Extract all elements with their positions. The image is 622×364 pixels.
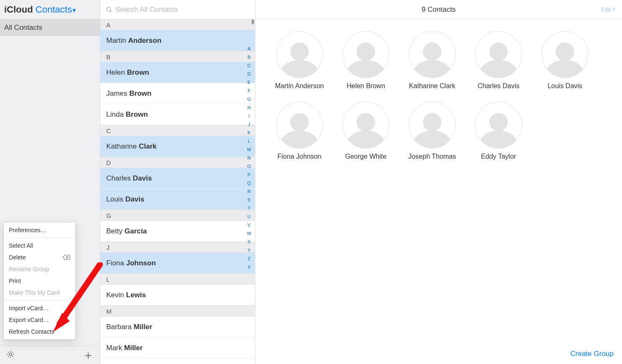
contact-card[interactable]: Eddy Taylor [471,102,526,160]
chevron-down-icon: ▾ [73,7,76,13]
avatar [276,102,323,149]
contact-row[interactable]: James Brown [100,83,255,104]
contact-row[interactable]: Kevin Lewis [100,285,255,306]
alpha-index-letter[interactable]: P [247,172,250,177]
alpha-index-letter[interactable]: M [247,147,251,152]
contact-card[interactable]: George White [339,102,393,160]
detail-title: 9 Contacts [422,5,456,14]
contact-card-name: George White [345,153,387,160]
contact-card[interactable]: Martin Anderson [272,31,327,90]
alpha-index-letter[interactable]: C [247,63,251,68]
alpha-index-letter[interactable]: R [247,189,251,194]
alpha-index-letter[interactable]: L [248,139,250,144]
alpha-index-letter[interactable]: U [247,214,251,219]
contact-row[interactable]: Charles Davis [100,168,255,189]
avatar [342,102,389,149]
menu-item[interactable]: Import vCard… [4,302,75,314]
contact-first: Betty [106,227,123,236]
list-section-header: D [100,157,255,168]
contacts-grid: Martin AndersonHelen BrownKatharine Clar… [255,19,622,172]
search-input[interactable] [115,5,250,14]
menu-item-label: Export vCard… [9,317,49,323]
contact-row[interactable]: Linda Brown [100,104,255,125]
contact-last: Miller [134,323,152,331]
alpha-index-letter[interactable]: N [247,155,251,160]
app-name: iCloud [4,4,33,15]
contact-card-name: Eddy Taylor [481,153,516,160]
alpha-index-letter[interactable]: X [247,239,250,244]
alpha-index-letter[interactable]: D [247,71,251,76]
contact-first: Fiona [106,259,124,267]
alpha-index-letter[interactable]: Y [247,248,250,253]
app-header: iCloud Contacts▾ [0,0,100,19]
alpha-index-letter[interactable]: H [247,105,251,110]
contact-card[interactable]: Fiona Johnson [272,102,327,160]
contact-row[interactable]: Helen Brown [100,62,255,83]
menu-item[interactable]: Refresh Contacts [4,326,75,338]
contact-card-name: Fiona Johnson [278,153,322,160]
menu-item[interactable]: Export vCard… [4,314,75,326]
contact-card[interactable]: Louis Davis [538,31,592,90]
contact-row[interactable]: Katharine Clark [100,136,255,157]
alpha-index-letter[interactable]: W [247,231,251,236]
avatar [475,31,522,78]
menu-item-label: Print [9,278,21,284]
contact-first: Helen [106,68,125,77]
menu-item[interactable]: Preferences… [4,224,75,236]
alpha-index-letter[interactable]: O [247,164,251,169]
list-section-header: J [100,242,255,253]
sidebar-group[interactable]: All Contacts [0,19,100,36]
edit-button[interactable]: Edit ▾ [601,6,615,13]
contact-last: Davis [125,195,144,204]
scrollbar-thumb[interactable] [252,19,254,24]
svg-point-3 [107,7,111,11]
contact-card[interactable]: Helen Brown [339,31,393,90]
alpha-index-letter[interactable]: E [247,80,250,85]
alpha-index-letter[interactable]: V [247,223,250,228]
menu-item[interactable]: Select All [4,240,75,251]
contact-row[interactable]: Barbara Miller [100,317,255,338]
contact-first: Martin [106,37,126,45]
add-icon[interactable]: ＋ [82,349,94,361]
alpha-index-letter[interactable]: Q [247,181,251,186]
app-title[interactable]: iCloud Contacts▾ [4,4,76,15]
contact-row[interactable]: Betty Garcia [100,221,255,242]
contact-last: Garcia [124,227,147,236]
contact-card[interactable]: Katharine Clark [405,31,459,90]
menu-item[interactable]: Print [4,275,75,287]
menu-item-label: Select All [9,242,33,249]
contact-last: Brown [129,89,152,98]
contact-card-name: Joseph Thomas [408,153,456,160]
contact-first: Mark [106,344,122,352]
alpha-index-letter[interactable]: S [247,197,250,202]
svg-point-2 [9,353,12,356]
avatar [409,31,456,78]
menu-item[interactable]: Delete [4,251,75,263]
alpha-index-letter[interactable]: K [247,130,250,135]
contact-row[interactable]: Martin Anderson [100,30,255,51]
menu-item: Rename Group [4,263,75,275]
contact-card-name: Martin Anderson [275,82,324,90]
alpha-index-letter[interactable]: I [248,113,249,118]
create-group-button[interactable]: Create Group [570,350,614,358]
alpha-index[interactable]: ABCDEFGHIJKLMNOPQRSTUVWXYZ# [245,46,253,270]
contact-row[interactable]: Fiona Johnson [100,253,255,274]
alpha-index-letter[interactable]: # [248,264,250,270]
avatar [276,31,323,78]
contacts-list[interactable]: AMartin AndersonBHelen BrownJames BrownL… [100,19,255,364]
alpha-index-letter[interactable]: B [247,55,250,60]
backspace-icon [63,254,70,260]
alpha-index-letter[interactable]: F [248,88,251,93]
detail-header: 9 Contacts Edit ▾ [255,0,622,19]
contact-card[interactable]: Joseph Thomas [405,102,459,160]
alpha-index-letter[interactable]: T [248,206,251,211]
alpha-index-letter[interactable]: J [248,122,250,127]
alpha-index-letter[interactable]: G [247,97,251,102]
alpha-index-letter[interactable]: Z [248,256,251,261]
contact-row[interactable]: Louis Davis [100,189,255,210]
gear-icon[interactable] [6,350,15,360]
contact-row[interactable]: Mark Miller [100,338,255,359]
alpha-index-letter[interactable]: A [247,46,250,51]
contact-card[interactable]: Charles Davis [471,31,526,90]
contacts-column: AMartin AndersonBHelen BrownJames BrownL… [100,0,255,364]
